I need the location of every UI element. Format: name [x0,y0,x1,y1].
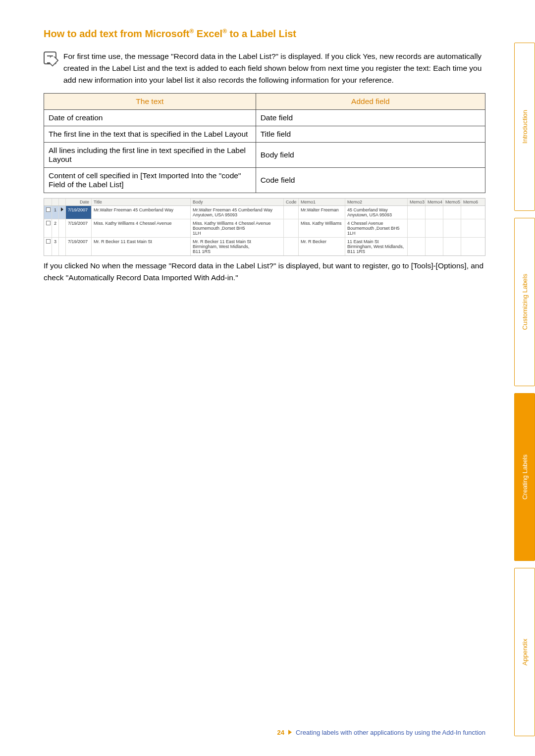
row-checkbox[interactable] [44,206,52,219]
row-arrow [59,219,66,237]
col-title: Title [92,199,191,205]
row-checkbox[interactable] [44,219,52,237]
row-code [284,219,299,237]
page-number: 24 [277,729,284,736]
labellist-row: 3 7/19/2007 Mr. R Becker 11 East Main St… [44,238,485,255]
row-memo5 [443,238,461,255]
labellist-row: 1 7/19/2007 Mr.Walter Freeman 45 Cumberl… [44,206,485,219]
row-memo3 [408,219,426,237]
row-title: Miss. Kathy Williams 4 Chessel Avenue [92,219,191,237]
cell: Body field [256,143,485,168]
footer-breadcrumb: Creating labels with other applications … [296,729,485,736]
row-memo2: 11 East Main St Birmingham, West Midland… [345,238,408,255]
tab-label: Customizing Labels [521,274,529,330]
section-tabs: Introduction Customizing Labels Creating… [514,0,535,756]
row-memo6 [461,238,479,255]
row-body: Mr.Walter Freeman 45 Cumberland Way Anyu… [191,206,284,219]
row-memo1: Mr.Walter Freeman [299,206,345,219]
row-memo5 [443,206,461,219]
row-date: 7/19/2007 [66,206,92,219]
table-row: Content of cell specified in [Text Impor… [44,168,485,193]
heading-text-3: to a Label List [227,28,296,39]
section-heading: How to add text from Microsoft® Excel® t… [44,27,485,41]
row-memo6 [461,206,479,219]
tab-creating-labels[interactable]: Creating Labels [514,393,535,561]
cell: Date field [256,110,485,126]
row-arrow [59,238,66,255]
col-number [52,199,59,205]
row-date: 7/19/2007 [66,238,92,255]
col-code: Code [284,199,299,205]
table-header-text: The text [44,94,256,110]
paragraph-after-screenshot: If you clicked No when the message "Reco… [44,260,485,284]
row-current-arrow-icon [59,206,66,219]
cell: The first line in the text that is speci… [44,126,256,143]
cell: Code field [256,168,485,193]
row-number: 3 [52,238,59,255]
row-number: 1 [52,206,59,219]
row-memo3 [408,238,426,255]
heading-text-2: Excel [194,28,222,39]
row-memo5 [443,219,461,237]
registered-mark: ® [222,28,227,35]
tab-introduction[interactable]: Introduction [514,43,535,211]
row-memo4 [426,238,443,255]
cell: Date of creation [44,110,256,126]
row-body: Mr. R Becker 11 East Main St Birmingham,… [191,238,284,255]
labellist-row: 2 7/19/2007 Miss. Kathy Williams 4 Chess… [44,219,485,238]
labellist-screenshot: Date Title Body Code Memo1 Memo2 Memo3 M… [44,198,485,256]
tab-customizing-labels[interactable]: Customizing Labels [514,218,535,386]
row-memo1: Mr. R Becker [299,238,345,255]
row-title: Mr.Walter Freeman 45 Cumberland Way [92,206,191,219]
col-body: Body [191,199,284,205]
cell: Title field [256,126,485,143]
tab-label: Creating Labels [521,454,529,500]
row-memo4 [426,206,443,219]
table-row: Date of creation Date field [44,110,485,126]
note-block: For first time use, the message "Record … [44,50,485,86]
row-code [284,238,299,255]
tab-label: Introduction [521,110,529,144]
row-memo1: Miss. Kathy Williams [299,219,345,237]
row-checkbox[interactable] [44,238,52,255]
col-memo1: Memo1 [299,199,345,205]
note-text: For first time use, the message "Record … [63,50,485,86]
labellist-header-row: Date Title Body Code Memo1 Memo2 Memo3 M… [44,199,485,206]
col-arrow [59,199,66,205]
col-memo6: Memo6 [461,199,479,205]
row-number: 2 [52,219,59,237]
row-code [284,206,299,219]
col-memo5: Memo5 [443,199,461,205]
row-title: Mr. R Becker 11 East Main St [92,238,191,255]
row-memo6 [461,219,479,237]
registered-mark: ® [189,28,194,35]
table-row: All lines including the first line in te… [44,143,485,168]
col-memo4: Memo4 [426,199,443,205]
page-footer: 24 Creating labels with other applicatio… [44,729,485,736]
fields-table: The text Added field Date of creation Da… [44,93,485,193]
triangle-icon [288,729,292,736]
note-icon [44,51,56,64]
row-memo2: 4 Chessel Avenue Bournemouth ,Dorset BH5… [345,219,408,237]
col-memo2: Memo2 [345,199,408,205]
row-memo4 [426,219,443,237]
table-row: The first line in the text that is speci… [44,126,485,143]
col-date: Date [66,199,92,205]
tab-label: Appendix [521,639,529,665]
row-memo2: 45 Cumberland Way Anyutown, USA 95093 [345,206,408,219]
row-date: 7/19/2007 [66,219,92,237]
col-memo3: Memo3 [408,199,426,205]
row-memo3 [408,206,426,219]
cell: Content of cell specified in [Text Impor… [44,168,256,193]
heading-text-1: How to add text from Microsoft [44,28,189,39]
row-body: Miss. Kathy Williams 4 Chessel Avenue Bo… [191,219,284,237]
col-checkbox [44,199,52,205]
table-header-added-field: Added field [256,94,485,110]
cell: All lines including the first line in te… [44,143,256,168]
tab-appendix[interactable]: Appendix [514,568,535,736]
